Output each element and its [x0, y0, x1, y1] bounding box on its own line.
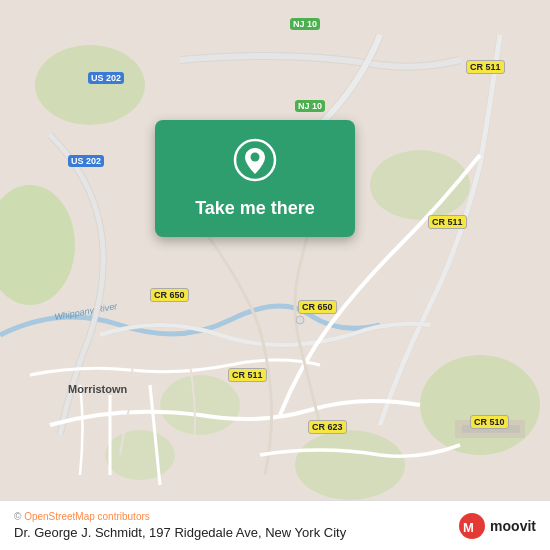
address-block: © OpenStreetMap contributors Dr. George … [14, 511, 346, 540]
svg-point-1 [420, 355, 540, 455]
bottom-bar: © OpenStreetMap contributors Dr. George … [0, 500, 550, 550]
svg-point-6 [295, 430, 405, 500]
road-badge-cr511-top: CR 511 [466, 60, 505, 74]
map-container: Whippany River [0, 0, 550, 550]
copyright-line: © OpenStreetMap contributors [14, 511, 346, 522]
address-text: Dr. George J. Schmidt, 197 Ridgedale Ave… [14, 525, 346, 540]
road-badge-nj10-top: NJ 10 [290, 18, 320, 30]
moovit-label: moovit [490, 518, 536, 534]
road-badge-cr650-right: CR 650 [298, 300, 337, 314]
road-badge-cr650-left: CR 650 [150, 288, 189, 302]
location-card: Take me there [155, 120, 355, 237]
road-badge-us202-bot: US 202 [68, 155, 104, 167]
svg-point-5 [160, 375, 240, 435]
svg-point-12 [296, 316, 304, 324]
svg-point-7 [105, 430, 175, 480]
svg-point-14 [251, 153, 260, 162]
svg-point-3 [35, 45, 145, 125]
copyright-symbol: © [14, 511, 24, 522]
svg-text:M: M [463, 520, 474, 535]
road-badge-us202-top: US 202 [88, 72, 124, 84]
road-badge-cr511-mid: CR 511 [428, 215, 467, 229]
openstreetmap-link[interactable]: OpenStreetMap contributors [24, 511, 150, 522]
road-badge-cr511-bot: CR 511 [228, 368, 267, 382]
road-badge-cr623: CR 623 [308, 420, 347, 434]
morristown-label: Morristown [68, 383, 127, 395]
take-me-there-button[interactable]: Take me there [187, 194, 323, 223]
pin-icon [233, 138, 277, 182]
road-badge-nj10-mid: NJ 10 [295, 100, 325, 112]
road-badge-cr510: CR 510 [470, 415, 509, 429]
moovit-logo: M moovit [458, 512, 536, 540]
map-svg: Whippany River [0, 0, 550, 550]
moovit-brand-icon: M [458, 512, 486, 540]
